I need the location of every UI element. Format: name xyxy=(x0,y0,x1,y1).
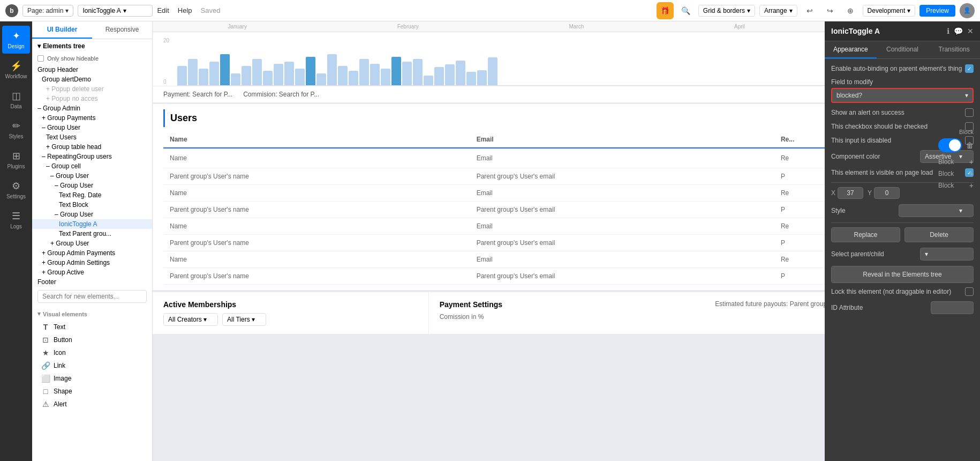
tree-item-footer[interactable]: Footer xyxy=(32,277,152,287)
replace-button[interactable]: Replace xyxy=(831,227,900,242)
chart-bar xyxy=(284,62,294,86)
all-tiers-select[interactable]: All Tiers ▾ xyxy=(222,313,266,326)
element-selector[interactable]: IonicToggle A ▾ xyxy=(78,5,153,17)
search-elements-input[interactable] xyxy=(37,290,147,303)
visual-element-text[interactable]: T Text xyxy=(37,321,147,333)
visual-element-button[interactable]: ⊡ Button xyxy=(37,333,147,346)
only-show-label: Only show hideable xyxy=(47,55,99,62)
undo-icon[interactable]: ↩ xyxy=(802,3,818,19)
sidebar-item-styles[interactable]: ✏ Styles xyxy=(2,116,30,144)
info-icon[interactable]: ℹ xyxy=(947,27,949,35)
tree-item-group-admin-settings[interactable]: + Group Admin Settings xyxy=(32,258,152,267)
tree-item-text-block[interactable]: Text Block xyxy=(32,200,152,210)
tree-item-group-header[interactable]: Group Header ⊕✎ xyxy=(32,65,152,75)
x-input-group: X 37 xyxy=(831,187,863,199)
preview-btn[interactable]: Preview xyxy=(919,5,955,17)
lock-element-label: Lock this element (not draggable in edit… xyxy=(831,288,965,295)
rp-toggle-preview[interactable] xyxy=(938,138,962,152)
all-creators-select[interactable]: All Creators ▾ xyxy=(163,313,218,326)
field-to-modify-select[interactable]: blocked? ▾ xyxy=(831,88,974,103)
tree-item-group-user-2[interactable]: – Group User xyxy=(32,171,152,181)
search-new-elements xyxy=(32,287,152,306)
cell-name: Parent group's User's name xyxy=(163,268,470,285)
reveal-button[interactable]: Reveal in the Elements tree xyxy=(831,266,974,283)
visual-elements-section: ▾ Visual elements T Text ⊡ Button ★ Icon… xyxy=(32,306,152,415)
sidebar-item-design[interactable]: ✦ Design xyxy=(2,26,30,54)
tree-item-group-cell[interactable]: – Group cell xyxy=(32,161,152,171)
chat-icon[interactable]: 💬 xyxy=(954,27,963,35)
sidebar-item-logs[interactable]: ☰ Logs xyxy=(2,206,30,234)
style-select[interactable]: ▾ xyxy=(899,204,974,217)
chart-bar xyxy=(338,66,348,85)
sidebar-item-data[interactable]: ◫ Data xyxy=(2,86,30,114)
tree-item-group-user[interactable]: – Group User xyxy=(32,123,152,132)
field-to-modify-label: Field to modify xyxy=(831,78,974,86)
x-value[interactable]: 37 xyxy=(838,187,863,199)
page-selector[interactable]: Page: admin ▾ xyxy=(22,5,73,17)
icon-label: Icon xyxy=(54,349,66,356)
tree-item-group-user-3[interactable]: – Group User xyxy=(32,181,152,190)
avatar[interactable]: 👤 xyxy=(960,3,975,18)
id-attribute-input[interactable] xyxy=(931,301,974,314)
tree-item-text-parent-grou[interactable]: Text Parent grou... xyxy=(32,229,152,239)
tab-ui-builder[interactable]: UI Builder xyxy=(32,21,92,39)
tree-item-group-table-head[interactable]: + Group table head xyxy=(32,142,152,152)
visual-element-link[interactable]: 🔗 Link xyxy=(37,359,147,372)
button-icon: ⊡ xyxy=(41,336,50,344)
show-alert-row: Show an alert on success xyxy=(831,108,974,117)
tree-item-text-users[interactable]: Text Users xyxy=(32,132,152,142)
tree-item-group-active[interactable]: + Group Active xyxy=(32,267,152,277)
tree-item-text-reg-date[interactable]: Text Reg. Date ✎ xyxy=(32,190,152,200)
tab-transitions[interactable]: Transitions xyxy=(928,41,980,58)
visual-element-alert[interactable]: ⚠ Alert xyxy=(37,398,147,411)
sidebar-item-settings[interactable]: ⚙ Settings xyxy=(2,176,30,204)
visual-element-image[interactable]: ⬜ Image xyxy=(37,372,147,385)
tab-conditional[interactable]: Conditional xyxy=(877,41,929,58)
tree-item-popup-no-acces[interactable]: + Popup no acces xyxy=(32,94,152,103)
tab-appearance[interactable]: Appearance xyxy=(825,41,877,58)
redo-icon[interactable]: ↪ xyxy=(822,3,838,19)
style-row: Style ▾ xyxy=(831,204,974,217)
tree-item-ionictoggle-a[interactable]: IonicToggle A ✎ xyxy=(32,219,152,229)
tree-item-group-alertdemo[interactable]: Group alertDemo xyxy=(32,75,152,84)
settings-label: Settings xyxy=(6,194,26,199)
chart-bar xyxy=(466,72,476,85)
arrange-btn[interactable]: Arrange ▾ xyxy=(759,5,797,17)
tree-item-group-user-5[interactable]: + Group User xyxy=(32,239,152,248)
only-show-checkbox[interactable] xyxy=(37,55,44,62)
search-icon[interactable]: 🔍 xyxy=(678,3,694,19)
help-btn[interactable]: Help xyxy=(178,6,192,14)
tree-item-group-user-4[interactable]: – Group User xyxy=(32,210,152,219)
chart-bar xyxy=(477,70,487,85)
trash-icon[interactable]: 🗑 xyxy=(966,141,974,150)
visual-element-icon[interactable]: ★ Icon xyxy=(37,346,147,359)
gift-icon[interactable]: 🎁 xyxy=(657,2,674,19)
tree-item-popup-delete-user[interactable]: + Popup delete user xyxy=(32,84,152,94)
select-parent-child-select[interactable]: ▾ xyxy=(920,248,974,261)
development-btn[interactable]: Development ▾ xyxy=(863,5,916,17)
sidebar-item-workflow[interactable]: ⚡ Workflow xyxy=(2,56,30,84)
lock-element-checkbox[interactable] xyxy=(965,287,974,296)
y-value[interactable]: 0 xyxy=(874,187,900,199)
grid-borders-btn[interactable]: Grid & borders ▾ xyxy=(698,5,755,17)
edit-btn[interactable]: Edit xyxy=(157,6,169,14)
y-label: Y xyxy=(868,189,872,197)
tab-responsive[interactable]: Responsive xyxy=(92,21,152,39)
zoom-icon[interactable]: ⊕ xyxy=(842,3,858,19)
sidebar-item-plugins[interactable]: ⊞ Plugins xyxy=(2,146,30,174)
element-chevron: ▾ xyxy=(123,7,126,14)
delete-button[interactable]: Delete xyxy=(904,227,974,242)
visual-element-shape[interactable]: □ Shape xyxy=(37,385,147,398)
right-panel-icons: ℹ 💬 ✕ xyxy=(947,27,974,35)
tree-item-group-payments[interactable]: + Group Payments xyxy=(32,113,152,123)
auto-binding-checkbox[interactable]: ✓ xyxy=(965,64,974,73)
tree-item-group-admin[interactable]: – Group Admin xyxy=(32,103,152,113)
chart-bar xyxy=(199,69,208,85)
tree-item-group-admin-payments[interactable]: + Group Admin Payments xyxy=(32,248,152,258)
lock-element-row: Lock this element (not draggable in edit… xyxy=(831,287,974,296)
close-icon[interactable]: ✕ xyxy=(967,27,974,35)
show-alert-checkbox[interactable] xyxy=(965,108,974,117)
top-bar-actions: Edit Help Saved xyxy=(157,6,220,14)
development-label: Development xyxy=(868,7,906,14)
tree-item-repeatinggroup-users[interactable]: – RepeatingGroup users xyxy=(32,152,152,161)
